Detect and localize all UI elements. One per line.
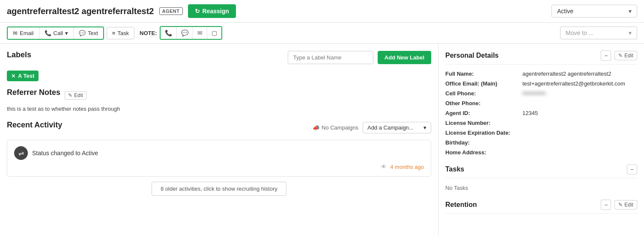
activity-row: ⇌ Status changed to Active <box>14 146 424 160</box>
main-layout: Labels Add New Label ✕ A Test Referrer N… <box>0 44 644 236</box>
chat-icon: 💬 <box>79 30 86 36</box>
labels-section: Labels Add New Label ✕ A Test <box>7 50 431 81</box>
agent-badge: AGENT <box>159 7 183 15</box>
referrer-notes-header: Referrer Notes ✎ Edit <box>7 88 431 102</box>
text-button[interactable]: 💬 Text <box>74 27 103 39</box>
note-chat-icon: 💬 <box>181 30 188 36</box>
activity-card: ⇌ Status changed to Active 👁 4 months ag… <box>7 140 431 177</box>
detail-value-fullname: agentreferraltest2 agentreferraltest2 <box>522 71 611 77</box>
edit-icon: ✎ <box>618 202 623 208</box>
label-tags: ✕ A Test <box>7 71 431 81</box>
agent-title: agentreferraltest2 agentreferraltest2 <box>7 6 154 16</box>
top-bar: agentreferraltest2 agentreferraltest2 AG… <box>0 0 644 23</box>
retention-edit-button[interactable]: ✎ Edit <box>614 200 637 209</box>
referrer-notes-edit-button[interactable]: ✎ Edit <box>65 91 86 100</box>
personal-details-fields: Full Name: agentreferraltest2 agentrefer… <box>445 71 637 156</box>
recent-activity-section: Recent Activity 📣 No Campaigns Add a Cam… <box>7 121 431 196</box>
show-older-activities-button[interactable]: 8 older activities, click to show recrui… <box>152 182 286 196</box>
referrer-notes-section: Referrer Notes ✎ Edit this is a test as … <box>7 88 431 112</box>
personal-details-actions: − ✎ Edit <box>601 50 637 61</box>
edit-icon: ✎ <box>618 53 623 59</box>
communication-buttons: ✉ Email 📞 Call ▾ 💬 Text <box>7 27 104 40</box>
label-name-input[interactable] <box>288 51 373 64</box>
campaign-placeholder: Add a Campaign... <box>367 124 414 131</box>
right-panel: Personal Details − ✎ Edit Full Name: age… <box>438 44 644 236</box>
detail-row-birthday: Birthday: <box>445 139 637 146</box>
eye-icon[interactable]: 👁 <box>381 163 387 170</box>
recent-activity-title: Recent Activity <box>7 121 62 130</box>
note-phone-button[interactable]: 📞 <box>161 27 177 39</box>
call-button[interactable]: 📞 Call ▾ <box>39 27 74 39</box>
retention-title: Retention <box>445 201 477 209</box>
campaign-chevron-icon: ▾ <box>423 124 426 131</box>
retention-actions: − ✎ Edit <box>601 200 637 210</box>
move-chevron-icon: ▾ <box>629 30 632 36</box>
move-to-placeholder: Move to ... <box>566 30 593 36</box>
left-panel: Labels Add New Label ✕ A Test Referrer N… <box>0 44 438 236</box>
note-chat-button[interactable]: 💬 <box>177 27 193 39</box>
label-x-icon: ✕ <box>11 73 15 79</box>
recent-activity-header: Recent Activity 📣 No Campaigns Add a Cam… <box>7 121 431 135</box>
tasks-actions: − <box>627 164 637 174</box>
add-new-label-button[interactable]: Add New Label <box>378 51 431 64</box>
reassign-button[interactable]: Reassign <box>188 4 236 18</box>
personal-details-collapse-button[interactable]: − <box>601 50 611 61</box>
activity-status-icon: ⇌ <box>14 146 28 160</box>
mail-icon: ✉ <box>13 30 18 36</box>
task-button[interactable]: ≡ Task <box>107 27 134 39</box>
label-tag[interactable]: ✕ A Test <box>7 71 39 81</box>
detail-row-licensenumber: License Number: <box>445 120 637 126</box>
referrer-notes-text: this is a test as to whether notes pass … <box>7 106 431 112</box>
activity-text: Status changed to Active <box>32 150 98 156</box>
label-tag-name: A Test <box>18 73 34 79</box>
referrer-notes-title: Referrer Notes <box>7 88 60 97</box>
detail-row-agentid: Agent ID: 12345 <box>445 110 637 116</box>
tasks-section: Tasks − No Tasks <box>445 164 637 191</box>
note-icons: 📞 💬 ✉ ▢ <box>160 26 222 40</box>
equal-icon: ⇌ <box>18 149 24 157</box>
edit-icon: ✎ <box>68 92 72 98</box>
retention-collapse-button[interactable]: − <box>601 200 611 210</box>
retention-section: Retention − ✎ Edit <box>445 200 637 214</box>
sync-icon <box>195 8 200 15</box>
note-label: NOTE: <box>140 30 157 36</box>
add-campaign-dropdown[interactable]: Add a Campaign... ▾ <box>363 122 431 133</box>
activity-time: 4 months ago <box>390 164 424 170</box>
status-dropdown[interactable]: Active ▾ <box>552 5 637 18</box>
tasks-collapse-button[interactable]: − <box>627 164 637 174</box>
note-square-button[interactable]: ▢ <box>207 27 221 39</box>
no-tasks-label: No Tasks <box>445 185 468 191</box>
call-chevron-icon: ▾ <box>65 30 68 36</box>
no-campaigns-label: 📣 No Campaigns <box>313 124 358 131</box>
detail-value-email: test+agentreferraltest2@getbrokerkit.com <box>522 80 625 87</box>
personal-details-title: Personal Details <box>445 52 499 59</box>
phone-icon: 📞 <box>45 30 51 36</box>
chevron-down-icon: ▾ <box>629 8 632 15</box>
activity-footer: 👁 4 months ago <box>14 163 424 170</box>
labels-title: Labels <box>7 50 31 59</box>
status-value: Active <box>557 8 573 15</box>
detail-row-cellphone: Cell Phone: •••••••••••• <box>445 90 637 97</box>
personal-details-edit-button[interactable]: ✎ Edit <box>614 51 637 60</box>
tasks-header: Tasks − <box>445 164 637 178</box>
note-mail-icon: ✉ <box>197 30 203 36</box>
detail-row-licenseexpiry: License Expiration Date: <box>445 130 637 136</box>
personal-details-header: Personal Details − ✎ Edit <box>445 50 637 65</box>
note-phone-icon: 📞 <box>165 30 172 36</box>
detail-row-otherphone: Other Phone: <box>445 100 637 106</box>
detail-value-cellphone: •••••••••••• <box>522 90 546 97</box>
campaign-icon: 📣 <box>313 124 319 131</box>
labels-header-row: Labels Add New Label <box>7 50 431 65</box>
personal-details-section: Personal Details − ✎ Edit Full Name: age… <box>445 50 637 156</box>
note-mail-button[interactable]: ✉ <box>193 27 207 39</box>
detail-row-fullname: Full Name: agentreferraltest2 agentrefer… <box>445 71 637 77</box>
email-button[interactable]: ✉ Email <box>8 27 39 39</box>
detail-row-homeaddress: Home Address: <box>445 149 637 156</box>
note-square-icon: ▢ <box>212 30 217 36</box>
tasks-title: Tasks <box>445 165 464 173</box>
move-to-dropdown[interactable]: Move to ... ▾ <box>560 27 637 39</box>
retention-header: Retention − ✎ Edit <box>445 200 637 214</box>
action-bar: ✉ Email 📞 Call ▾ 💬 Text ≡ Task NOTE: 📞 💬… <box>0 23 644 44</box>
detail-value-agentid: 12345 <box>522 110 538 116</box>
task-icon: ≡ <box>112 30 116 36</box>
